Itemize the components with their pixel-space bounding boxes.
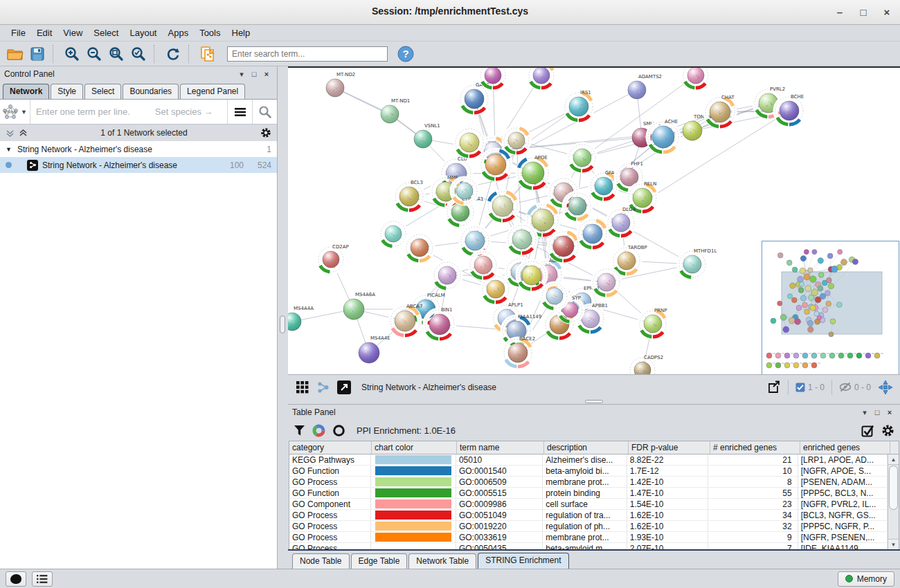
close-button[interactable]: × (878, 4, 896, 21)
string-search-button[interactable] (252, 100, 277, 124)
network-node-mt-nd2[interactable]: MT-ND2 (326, 72, 355, 97)
network-node[interactable] (504, 128, 529, 153)
network-node[interactable] (549, 232, 578, 261)
network-node-apoe[interactable]: APOE (518, 155, 548, 188)
select-checkbox-icon[interactable] (861, 424, 874, 437)
column-header-FDR-p-value[interactable]: FDR p-value (629, 441, 710, 454)
tab-edge-table[interactable]: Edge Table (351, 553, 408, 569)
panel-float-icon[interactable]: □ (871, 408, 883, 416)
network-node[interactable] (683, 68, 708, 88)
network-node-adamts2[interactable]: ADAMTS2 (628, 74, 662, 99)
column-header-enriched-genes[interactable]: enriched genes (800, 441, 890, 454)
tab-legend-panel[interactable]: Legend Panel (180, 84, 245, 99)
birdseye-toggle-button[interactable] (875, 378, 896, 397)
tab-boundaries[interactable]: Boundaries (123, 84, 179, 99)
scroll-thumb[interactable] (889, 466, 898, 510)
network-node[interactable] (456, 129, 483, 156)
table-row[interactable]: GO ProcessGO:0006509membrane prot...1.42… (289, 477, 888, 488)
tab-string-enrichment[interactable]: STRING Enrichment (478, 553, 568, 569)
panel-collapse-icon[interactable]: ▾ (858, 408, 871, 417)
network-node-ms4a6a[interactable]: MS4A6A (343, 292, 375, 320)
network-node[interactable] (488, 192, 517, 221)
fullscreen-view-button[interactable] (334, 378, 354, 397)
string-logo-icon[interactable]: STRING (0, 104, 21, 120)
menu-item-select[interactable]: Select (88, 26, 124, 39)
network-node-irs1[interactable]: IRS1 (565, 90, 593, 120)
menu-item-layout[interactable]: Layout (124, 26, 162, 39)
table-row[interactable]: GO FunctionGO:0001540beta-amyloid bi...1… (289, 466, 888, 477)
grid-view-button[interactable] (292, 378, 313, 397)
menu-item-file[interactable]: File (6, 26, 31, 39)
network-node[interactable] (508, 226, 536, 253)
network-node[interactable] (470, 252, 496, 278)
pie-chart-icon[interactable] (312, 424, 325, 437)
table-row[interactable]: GO ProcessGO:0019220regulation of ph...1… (289, 521, 888, 532)
collapse-all-icon[interactable] (6, 129, 15, 138)
scroll-down-button[interactable]: ▼ (888, 539, 899, 549)
network-node-bche[interactable]: BCHE (775, 94, 804, 125)
minimize-button[interactable]: – (831, 4, 849, 21)
splitter-grip[interactable] (585, 400, 603, 403)
network-node-gfap[interactable]: GFAP (591, 170, 618, 199)
apply-layout-button[interactable] (162, 44, 184, 64)
table-scrollbar[interactable]: ▲ ▼ (888, 454, 899, 549)
tab-network[interactable]: Network (3, 84, 49, 99)
table-row[interactable]: GO ProcessGO:0033619membrane prot...1.93… (289, 532, 888, 543)
string-options-button[interactable] (227, 100, 252, 124)
panel-close-icon[interactable]: × (260, 70, 273, 78)
table-row[interactable]: GO ProcessGO:0050435beta-amyloid m...2.0… (289, 543, 888, 549)
network-node-abca7[interactable]: ABCA7 (390, 304, 423, 336)
menu-item-tools[interactable]: Tools (194, 26, 226, 39)
network-node[interactable] (569, 145, 595, 171)
zoom-out-button[interactable] (83, 44, 105, 64)
vertical-splitter[interactable] (278, 66, 288, 569)
network-node-tardbp[interactable]: TARDBP (613, 245, 647, 274)
tab-network-table[interactable]: Network Table (408, 553, 476, 569)
network-node-mt-nd1[interactable]: MT-ND1 (381, 98, 410, 123)
column-header-description[interactable]: description (544, 441, 629, 454)
zoom-selected-button[interactable] (127, 44, 150, 64)
tab-style[interactable]: Style (51, 84, 83, 99)
splitter-grip[interactable] (280, 315, 285, 333)
expand-all-icon[interactable] (19, 129, 28, 138)
network-node[interactable] (381, 221, 406, 246)
string-query-input[interactable]: Enter one term per line. Set species → (30, 100, 227, 124)
horizontal-splitter[interactable] (288, 399, 900, 404)
help-button[interactable]: ? (395, 44, 417, 64)
network-node-bin1[interactable]: BIN1 (425, 307, 454, 339)
filter-icon[interactable] (294, 425, 305, 437)
cytoscape-logo-button[interactable] (6, 571, 26, 587)
gear-icon[interactable] (260, 127, 271, 138)
birdseye-view[interactable] (762, 241, 899, 374)
tab-node-table[interactable]: Node Table (292, 553, 350, 569)
tab-select[interactable]: Select (84, 84, 121, 99)
menu-item-view[interactable]: View (57, 26, 88, 39)
gear-icon[interactable] (881, 424, 894, 437)
table-row[interactable]: KEGG Pathways05010Alzheimer's dise...8.8… (289, 454, 888, 466)
scroll-up-button[interactable]: ▲ (888, 454, 899, 465)
network-node-chat[interactable]: CHAT (705, 95, 735, 127)
menu-item-apps[interactable]: Apps (163, 26, 195, 39)
network-node-ms4a4e[interactable]: MS4A4E (359, 336, 390, 363)
network-node-vsnl1[interactable]: VSNL1 (414, 123, 440, 148)
network-node-cyp19a1[interactable]: CYP19A1 (447, 196, 483, 226)
export-network-button[interactable] (764, 378, 785, 397)
zoom-in-button[interactable] (61, 44, 83, 64)
memory-button[interactable]: Memory (838, 571, 894, 587)
network-node[interactable] (529, 68, 554, 88)
open-session-button[interactable] (4, 44, 26, 64)
column-header-term-name[interactable]: term name (457, 441, 544, 454)
search-input[interactable] (227, 46, 388, 62)
network-node[interactable] (518, 261, 546, 289)
maximize-button[interactable]: □ (854, 4, 872, 21)
network-node[interactable] (593, 269, 620, 295)
network-node-ache[interactable]: ACHE (648, 119, 678, 152)
network-node[interactable] (481, 150, 510, 179)
network-node-cd2ap[interactable]: CD2AP (318, 244, 349, 272)
chevron-down-icon[interactable]: ▼ (21, 109, 27, 116)
column-header-chart-color[interactable]: chart color (372, 441, 457, 454)
panel-close-icon[interactable]: × (883, 408, 896, 416)
clone-network-button[interactable] (197, 44, 219, 64)
zoom-fit-button[interactable] (105, 44, 127, 64)
menu-item-edit[interactable]: Edit (31, 26, 57, 39)
